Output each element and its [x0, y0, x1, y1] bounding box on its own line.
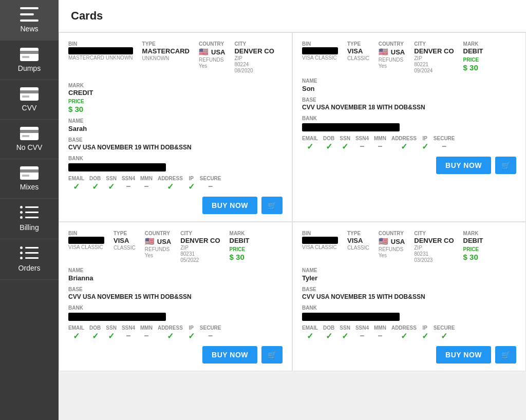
mark-group: MARK CREDIT PRICE $ 30: [68, 83, 93, 113]
check-address: ADDRESS ✓: [391, 325, 417, 341]
type-group: TYPE VISA CLASSIC: [347, 231, 369, 263]
bank-label: BANK: [68, 305, 83, 311]
bank-bar: [68, 313, 166, 321]
country-label: COUNTRY: [145, 231, 171, 236]
sidebar-item-nocvv[interactable]: No CVV: [0, 120, 59, 159]
mark-group: MARK DEBIT PRICE $ 30: [463, 231, 483, 263]
check-ip: IP ✓: [422, 325, 428, 341]
add-to-cart-button[interactable]: 🛒: [495, 346, 516, 364]
checks-row: EMAIL ✓ DOB ✓ SSN ✓ SSN4 – MMN – ADDRESS…: [302, 136, 516, 151]
sidebar-item-dumps[interactable]: Dumps: [0, 41, 59, 80]
check-dob: DOB ✓: [89, 325, 101, 341]
check-ssn4: SSN4 –: [122, 176, 135, 192]
city-group: CITY DENVER CO ZIP 80221 09/2024: [414, 41, 454, 73]
card-header-row: BIN MASTERCARD UNKNOWN TYPE MASTERCARD U…: [68, 41, 283, 113]
check-email: EMAIL ✓: [302, 325, 318, 341]
card-item-3: BIN VISA CLASSIC TYPE VISA CLASSIC COUNT…: [292, 222, 526, 371]
city-label: CITY: [234, 41, 274, 47]
price-label: PRICE: [463, 57, 483, 63]
city-group: CITY DENVER CO ZIP 80231 03/2023: [414, 231, 454, 263]
country-value: 🇺🇸USA: [145, 237, 171, 246]
mark-label: MARK: [463, 231, 483, 236]
add-to-cart-button[interactable]: 🛒: [495, 157, 516, 174]
type-sub: UNKNOWN: [142, 55, 190, 61]
price-value: $ 30: [463, 63, 483, 72]
base-value: CVV USA NOVEMBER 15 WITH DOB&SSN: [302, 293, 516, 300]
zip-date: 03/2023: [414, 257, 454, 263]
country-label: COUNTRY: [199, 41, 225, 47]
bin-subtype: VISA CLASSIC: [68, 244, 104, 250]
add-to-cart-button[interactable]: 🛒: [261, 197, 283, 214]
zip-label-sub: ZIP: [414, 245, 454, 251]
type-sub: CLASSIC: [347, 245, 369, 251]
bin-subtype: VISA CLASSIC: [302, 55, 338, 61]
name-value: Son: [302, 85, 516, 92]
base-value: CVV USA NOVEMBER 19 WITH DOB&SSN: [68, 144, 283, 151]
zip-date: 08/2020: [234, 68, 274, 73]
sidebar-item-news[interactable]: News: [0, 0, 59, 41]
type-label: TYPE: [347, 41, 369, 47]
base-section: BASE CVV USA NOVEMBER 18 WITH DOB&SSN: [302, 94, 516, 111]
check-secure: SECURE ✓: [434, 325, 455, 341]
name-label: NAME: [302, 78, 317, 84]
bin-label: BIN: [68, 41, 133, 47]
checks-row: EMAIL ✓ DOB ✓ SSN ✓ SSN4 – MMN – ADDRESS…: [68, 325, 283, 341]
sidebar-item-billing[interactable]: Billing: [0, 199, 59, 239]
price-value: $ 30: [230, 253, 250, 261]
city-group: CITY DENVER CO ZIP 80231 05/2022: [180, 231, 220, 263]
type-value: VISA: [114, 237, 136, 244]
city-label: CITY: [414, 41, 454, 47]
base-value: CVV USA NOVEMBER 18 WITH DOB&SSN: [302, 104, 516, 111]
buy-now-button[interactable]: BUY NOW: [436, 157, 491, 174]
name-value: Sarah: [68, 125, 283, 132]
city-group: CITY DENVER CO ZIP 80224 08/2020: [234, 41, 274, 73]
check-ssn: SSN ✓: [340, 325, 350, 341]
bin-value: [302, 47, 338, 54]
name-section: NAME Sarah: [68, 116, 283, 132]
refunds-value-sub: Yes: [145, 253, 171, 258]
refunds-label-sub: REFUNDS: [379, 246, 405, 252]
refunds-label-sub: REFUNDS: [145, 246, 171, 252]
sidebar-label-billing: Billing: [20, 223, 39, 232]
actions-row: BUY NOW 🛒: [302, 157, 516, 174]
zip-value: 80231: [180, 251, 220, 257]
bank-bar: [302, 123, 400, 131]
sidebar-item-orders[interactable]: Orders: [0, 239, 59, 280]
type-sub: CLASSIC: [347, 55, 369, 61]
type-group: TYPE VISA CLASSIC: [347, 41, 369, 73]
bank-label: BANK: [302, 116, 317, 121]
check-mmn: MMN –: [140, 325, 153, 341]
city-value: DENVER CO: [234, 47, 274, 55]
zip-value: 80221: [414, 62, 454, 67]
name-label: NAME: [302, 268, 317, 273]
country-label: COUNTRY: [379, 41, 405, 47]
card-item-2: BIN VISA CLASSIC TYPE VISA CLASSIC COUNT…: [59, 222, 292, 371]
buy-now-button[interactable]: BUY NOW: [436, 346, 491, 364]
city-value: DENVER CO: [414, 237, 454, 244]
sidebar-item-mixes[interactable]: Mixes: [0, 159, 59, 199]
bin-value: [68, 47, 133, 54]
sidebar-item-cvv[interactable]: CVV: [0, 80, 59, 120]
card-icon-mixes: [20, 166, 39, 180]
bin-value: [302, 237, 338, 244]
add-to-cart-button[interactable]: 🛒: [261, 346, 283, 364]
card-item-1: BIN VISA CLASSIC TYPE VISA CLASSIC COUNT…: [292, 32, 526, 222]
base-section: BASE CVV USA NOVEMBER 15 WITH DOB&SSN: [302, 284, 516, 300]
city-label: CITY: [414, 231, 454, 236]
check-dob: DOB ✓: [323, 325, 334, 341]
actions-row: BUY NOW 🛒: [68, 346, 283, 364]
cards-grid: BIN MASTERCARD UNKNOWN TYPE MASTERCARD U…: [59, 32, 526, 371]
base-section: BASE CVV USA NOVEMBER 19 WITH DOB&SSN: [68, 135, 283, 151]
buy-now-button[interactable]: BUY NOW: [202, 197, 257, 214]
page-header: Cards: [59, 0, 526, 32]
sidebar-label-orders: Orders: [18, 264, 41, 272]
main-content: Cards BIN MASTERCARD UNKNOWN TYPE MASTER…: [59, 0, 526, 420]
checks-row: EMAIL ✓ DOB ✓ SSN ✓ SSN4 – MMN – ADDRESS…: [302, 325, 516, 341]
zip-value: 80224: [234, 62, 274, 67]
bin-subtype: VISA CLASSIC: [302, 244, 338, 250]
checks-row: EMAIL ✓ DOB ✓ SSN ✓ SSN4 – MMN – ADDRESS…: [68, 176, 283, 192]
name-value: Brianna: [68, 274, 283, 282]
card-item-0: BIN MASTERCARD UNKNOWN TYPE MASTERCARD U…: [59, 32, 292, 222]
country-group: COUNTRY 🇺🇸USA REFUNDS Yes: [145, 231, 171, 263]
buy-now-button[interactable]: BUY NOW: [202, 346, 257, 364]
